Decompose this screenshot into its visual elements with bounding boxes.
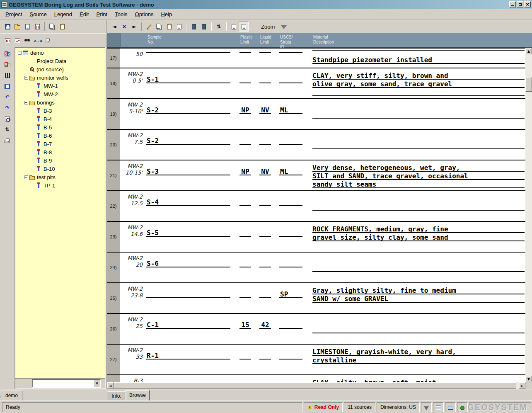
copy-icon[interactable] (47, 22, 57, 32)
view-template-icon[interactable] (32, 22, 42, 32)
scroll-up-icon[interactable] (525, 48, 532, 54)
collapse-icon[interactable] (24, 101, 28, 104)
layout-icon[interactable] (174, 22, 184, 32)
tree-item-mw-2[interactable]: MW-2 (15, 90, 105, 98)
collapse-icon[interactable] (24, 175, 28, 179)
tree-item-no-source[interactable]: (no source) (15, 65, 105, 73)
graph-icon[interactable] (12, 35, 22, 45)
tree-item-b-9[interactable]: B-9 (15, 156, 105, 165)
menu-tools[interactable]: Tools (111, 10, 131, 19)
log-row[interactable]: 26)MW-225C-11542 (107, 313, 525, 344)
horizontal-scrollbar[interactable] (107, 382, 525, 389)
previous-source-icon[interactable]: ◄ (109, 22, 119, 32)
restore-button[interactable] (517, 1, 523, 7)
monitor-icon-button[interactable] (445, 402, 456, 412)
tree-item-b-8[interactable]: B-8 (15, 148, 105, 156)
log-row[interactable]: 20)MW-27.5S-2 (107, 129, 525, 160)
rename-icon[interactable] (32, 35, 42, 45)
print-log-button[interactable] (2, 135, 13, 145)
minimize-button[interactable] (509, 1, 516, 7)
tab-info[interactable]: Info. (107, 391, 126, 401)
log-row[interactable]: B-3CLAY, silty, brown, soft, moist (107, 374, 525, 382)
tree-item-borings[interactable]: borings (15, 98, 105, 107)
tree-item-label: B-9 (44, 158, 52, 164)
sort-rows-icon[interactable]: ⇅ (214, 22, 224, 32)
view-report-icon[interactable] (22, 22, 32, 32)
online-status-button[interactable] (457, 402, 468, 412)
first-page-icon[interactable] (189, 22, 199, 32)
source-combo[interactable] (32, 379, 101, 388)
app-icon (1, 2, 7, 7)
tree-item-b-10[interactable]: B-10 (15, 165, 105, 173)
close-button[interactable] (524, 1, 531, 7)
chart-icon[interactable] (2, 35, 12, 45)
menu-project[interactable]: Project (2, 10, 26, 19)
log-row[interactable]: 23)MW-214.6S-5ROCK FRAGMENTS, medium, gr… (107, 221, 525, 252)
delete-source-icon[interactable]: × (119, 22, 129, 32)
tree-item-b-3[interactable]: B-3 (15, 107, 105, 115)
tab-browse[interactable]: Browse (126, 390, 150, 401)
sort-az-button[interactable]: ⇅ (2, 124, 13, 134)
tree-item-demo[interactable]: demo (15, 49, 105, 57)
preview-icon (5, 116, 10, 121)
entry-view-icon[interactable] (229, 22, 239, 32)
collapse-icon[interactable] (24, 76, 28, 80)
filter-icon[interactable] (279, 22, 289, 32)
combo-dropdown-button[interactable] (94, 380, 100, 387)
menu-print[interactable]: Print (92, 10, 111, 19)
menu-help[interactable]: Help (157, 10, 176, 19)
paste-icon[interactable] (57, 22, 67, 32)
tab-project-demo[interactable]: demo (1, 391, 22, 401)
save-log-button[interactable] (2, 81, 13, 91)
tree-item-mw-1[interactable]: MW-1 (15, 82, 105, 90)
tree-item-test-pits[interactable]: test pits (15, 173, 105, 181)
source-combo-value[interactable] (32, 380, 94, 387)
grid-icon-button[interactable] (433, 402, 444, 412)
log-row[interactable]: 27)MW-233R-1LIMESTONE, grayish-white, ve… (107, 344, 525, 374)
menu-source[interactable]: Source (26, 10, 50, 19)
tree-item-label: B-7 (44, 141, 52, 147)
flask-icon-button[interactable] (421, 402, 432, 412)
tree-item-b-7[interactable]: B-7 (15, 140, 105, 148)
toolbar-separator (226, 22, 227, 31)
copy-page-icon[interactable] (154, 22, 164, 32)
browse-view-icon[interactable] (239, 22, 249, 32)
collapse-icon[interactable] (18, 51, 22, 55)
symbols-button[interactable] (2, 49, 13, 59)
vertical-scrollbar-thumb[interactable] (525, 77, 532, 92)
tree-item-b-4[interactable]: B-4 (15, 115, 105, 123)
scroll-down-icon[interactable] (525, 376, 532, 382)
paste-page-icon[interactable] (164, 22, 174, 32)
log-row[interactable]: 18)MW-20-5'S-1CLAY, very stiff, silty, b… (107, 68, 525, 98)
log-row[interactable]: 25)MW-223.8SPGray, slightly silty, fine … (107, 282, 525, 313)
tree-item-project-data[interactable]: Project Data (15, 57, 105, 65)
redo-button[interactable]: ↷ (2, 103, 13, 113)
next-source-icon[interactable]: ► (129, 22, 139, 32)
vertical-scrollbar[interactable] (525, 48, 532, 382)
last-page-icon[interactable] (199, 22, 209, 32)
horizontal-scrollbar-thumb[interactable] (114, 382, 516, 389)
draw-icon[interactable] (144, 22, 154, 32)
undo-button[interactable]: ↶ (2, 92, 13, 102)
menu-edit[interactable]: Edit (76, 10, 92, 19)
preview-button[interactable] (2, 114, 13, 124)
log-row[interactable]: 19)MW-25-10'S-2NPNVML (107, 98, 525, 129)
menu-options[interactable]: Options (131, 10, 157, 19)
print-icon[interactable] (42, 35, 52, 45)
columns-button[interactable] (2, 70, 13, 80)
save-icon[interactable] (2, 22, 12, 32)
menu-legend[interactable]: Legend (51, 10, 76, 19)
tree-item-monitor-wells[interactable]: monitor wells (15, 73, 105, 82)
log-row[interactable]: 21)MW-210-15'S-3NPNVMLVery dense, hetero… (107, 160, 525, 190)
scroll-right-icon[interactable] (519, 382, 525, 389)
scroll-left-icon[interactable] (107, 382, 114, 389)
hatch-button[interactable] (2, 60, 13, 70)
tree-item-b-5[interactable]: B-5 (15, 123, 105, 131)
log-row[interactable]: 22)MW-212.5S-4 (107, 190, 525, 221)
open-icon[interactable] (12, 22, 22, 32)
find-icon[interactable] (22, 35, 32, 45)
tree-item-tp-1[interactable]: TP-1 (15, 181, 105, 189)
log-row[interactable]: 24)MW-220S-6 (107, 252, 525, 282)
tree-item-b-6[interactable]: B-6 (15, 131, 105, 140)
log-row[interactable]: 17)50Standpipe piezometer installed (107, 48, 525, 68)
